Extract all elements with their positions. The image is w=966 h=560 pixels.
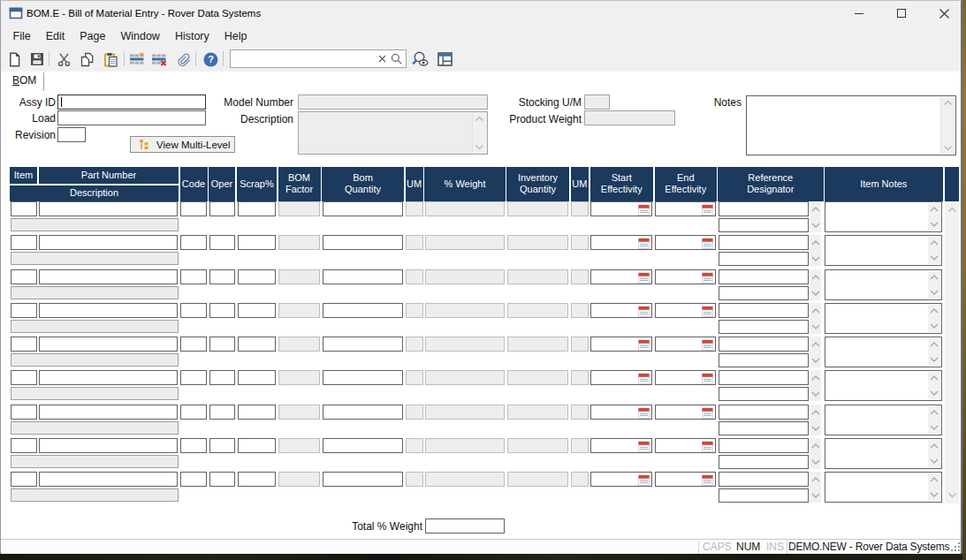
grid-view-button[interactable]: [435, 49, 454, 69]
menu-edit[interactable]: Edit: [38, 26, 72, 47]
cell-item-notes[interactable]: [825, 269, 943, 300]
chevron-up-icon[interactable]: [930, 207, 939, 212]
cell-scrap[interactable]: [238, 337, 277, 352]
cell-part-number[interactable]: [39, 303, 179, 318]
chevron-up-icon[interactable]: [930, 410, 939, 415]
delete-row-button[interactable]: [149, 49, 169, 69]
cell-bom-quantity[interactable]: [323, 337, 404, 352]
cell-description[interactable]: [11, 421, 179, 435]
spinner-down-icon[interactable]: [811, 493, 820, 498]
chevron-up-icon[interactable]: [947, 207, 957, 213]
cell-item[interactable]: [11, 201, 37, 216]
cell-code[interactable]: [180, 438, 207, 453]
col-header-code[interactable]: Code: [180, 167, 208, 201]
reference-designator-spinner[interactable]: [810, 235, 822, 266]
reference-designator-spinner[interactable]: [810, 472, 822, 503]
reference-designator-spinner[interactable]: [810, 269, 822, 300]
cell-reference-designator-1[interactable]: [719, 269, 809, 284]
cell-oper[interactable]: [209, 370, 235, 385]
cell-end-effectivity[interactable]: [655, 269, 717, 284]
item-notes-scrollbar[interactable]: [928, 406, 940, 434]
col-header-item[interactable]: Item: [10, 167, 37, 184]
cell-bom-quantity[interactable]: [323, 370, 404, 385]
col-header-reference-designator[interactable]: ReferenceDesignator: [718, 167, 824, 201]
spinner-up-icon[interactable]: [811, 308, 820, 314]
col-header-start-effectivity[interactable]: StartEffectivity: [590, 167, 654, 201]
cell-start-effectivity[interactable]: [590, 370, 652, 385]
cell-item[interactable]: [11, 472, 37, 487]
insert-row-button[interactable]: [127, 49, 147, 69]
chevron-up-icon[interactable]: [930, 443, 939, 449]
cell-start-effectivity[interactable]: [590, 303, 652, 318]
cell-item-notes[interactable]: [825, 438, 943, 469]
col-header-oper[interactable]: Oper: [209, 167, 235, 201]
cell-bom-quantity[interactable]: [323, 201, 404, 216]
item-notes-scrollbar[interactable]: [928, 237, 940, 264]
cell-item[interactable]: [11, 405, 37, 420]
cell-end-effectivity[interactable]: [655, 370, 717, 385]
cell-oper[interactable]: [209, 438, 235, 453]
col-header-scrap[interactable]: Scrap%: [237, 167, 277, 201]
calendar-icon[interactable]: [638, 238, 650, 249]
cell-description[interactable]: [11, 488, 179, 502]
chevron-up-icon[interactable]: [930, 308, 939, 314]
calendar-icon[interactable]: [702, 373, 713, 384]
chevron-down-icon[interactable]: [930, 323, 939, 329]
cell-reference-designator-2[interactable]: [719, 320, 809, 334]
spinner-down-icon[interactable]: [811, 391, 820, 397]
chevron-up-icon[interactable]: [930, 240, 939, 246]
cell-item[interactable]: [11, 303, 37, 318]
spinner-up-icon[interactable]: [811, 477, 820, 482]
calendar-icon[interactable]: [702, 306, 713, 317]
cell-item[interactable]: [11, 269, 37, 284]
item-notes-scrollbar[interactable]: [928, 372, 940, 399]
calendar-icon[interactable]: [638, 204, 650, 216]
cell-item-notes[interactable]: [825, 201, 943, 232]
cell-item[interactable]: [11, 370, 37, 385]
cell-reference-designator-1[interactable]: [719, 303, 809, 318]
col-header-um1[interactable]: UM: [406, 167, 423, 201]
item-notes-scrollbar[interactable]: [928, 271, 940, 299]
cell-reference-designator-2[interactable]: [719, 421, 809, 435]
cell-part-number[interactable]: [39, 370, 179, 385]
calendar-icon[interactable]: [638, 407, 650, 419]
paste-button[interactable]: [101, 49, 120, 69]
reference-designator-spinner[interactable]: [810, 337, 822, 367]
item-notes-scrollbar[interactable]: [928, 338, 940, 366]
cell-scrap[interactable]: [238, 472, 277, 487]
notes-scrollbar[interactable]: [940, 97, 955, 154]
cell-oper[interactable]: [209, 337, 235, 352]
chevron-up-icon[interactable]: [930, 477, 939, 482]
cell-scrap[interactable]: [238, 370, 277, 385]
search-magnifier-icon[interactable]: [391, 53, 402, 64]
item-notes-scrollbar[interactable]: [928, 440, 940, 467]
cell-scrap[interactable]: [238, 405, 277, 420]
spinner-up-icon[interactable]: [811, 207, 820, 212]
cell-start-effectivity[interactable]: [590, 269, 652, 284]
search-clear-icon[interactable]: [378, 55, 386, 63]
menu-page[interactable]: Page: [72, 26, 113, 47]
cell-code[interactable]: [180, 370, 207, 385]
cell-start-effectivity[interactable]: [590, 235, 652, 250]
spinner-down-icon[interactable]: [811, 324, 820, 329]
cell-description[interactable]: [11, 353, 179, 367]
resize-grip[interactable]: [950, 541, 961, 552]
cell-description[interactable]: [11, 320, 179, 333]
calendar-icon[interactable]: [638, 272, 650, 284]
cell-oper[interactable]: [209, 201, 235, 216]
menu-help[interactable]: Help: [217, 26, 255, 47]
cell-reference-designator-2[interactable]: [719, 387, 809, 401]
cell-reference-designator-1[interactable]: [719, 337, 809, 352]
cell-bom-quantity[interactable]: [323, 269, 404, 284]
help-button[interactable]: ?: [201, 49, 220, 69]
spinner-down-icon[interactable]: [811, 426, 820, 431]
cell-item-notes[interactable]: [825, 472, 943, 503]
cell-code[interactable]: [180, 269, 207, 284]
chevron-down-icon[interactable]: [930, 492, 939, 497]
chevron-down-icon[interactable]: [930, 290, 939, 295]
cell-bom-quantity[interactable]: [323, 405, 404, 420]
cell-description[interactable]: [11, 455, 179, 468]
menu-window[interactable]: Window: [113, 26, 167, 47]
col-header-end-effectivity[interactable]: EndEffectivity: [655, 167, 718, 201]
reference-designator-spinner[interactable]: [810, 438, 822, 469]
